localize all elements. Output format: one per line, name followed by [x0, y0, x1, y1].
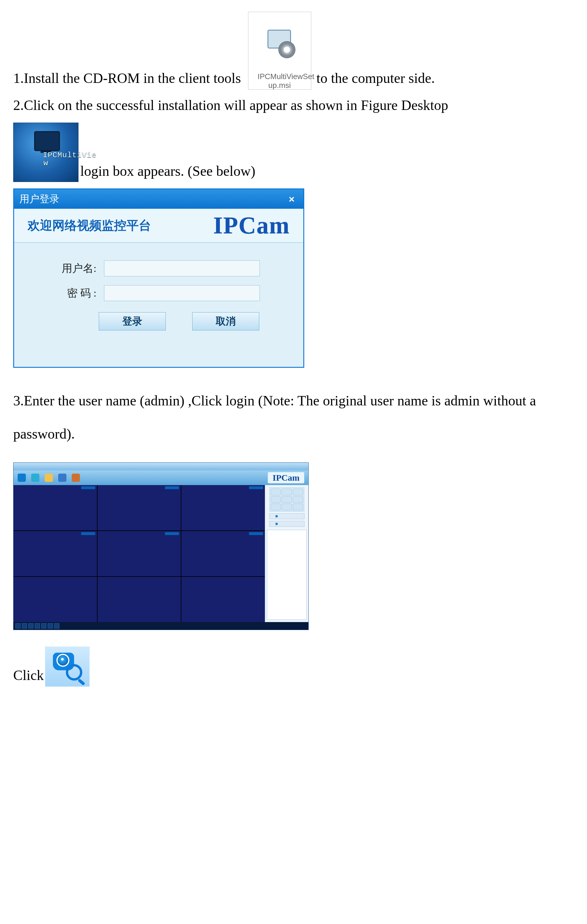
app-logo: IPCam — [268, 472, 304, 483]
step-3-text: 3.Enter the user name (admin) ,Click log… — [13, 384, 574, 451]
step-2b-line: IPCMultiView login box appears. (See bel… — [13, 122, 574, 180]
close-icon[interactable]: × — [285, 193, 298, 206]
login-logo: IPCam — [213, 212, 290, 239]
app-side-panel — [265, 485, 308, 622]
installer-msi-icon[interactable]: IPCMultiViewSetup.msi — [248, 12, 311, 90]
ptz-control[interactable] — [270, 487, 304, 512]
login-banner: 欢迎网络视频监控平台 IPCam — [14, 209, 303, 243]
step-2-text: 2.Click on the successful installation w… — [13, 96, 448, 114]
layout-36-icon[interactable] — [48, 623, 53, 629]
video-cell[interactable] — [181, 485, 265, 530]
desktop-shortcut-label: IPCMultiView — [13, 143, 78, 175]
login-dialog: 用户登录 × 欢迎网络视频监控平台 IPCam 用户名: 密 码 : 登录 取消 — [13, 188, 304, 368]
step-1-text-a: 1.Install the CD-ROM in the client tools — [13, 69, 241, 87]
toolbar-search-icon[interactable] — [31, 474, 40, 482]
fullscreen-icon[interactable] — [54, 623, 59, 629]
step-1-text-b: to the computer side. — [313, 69, 435, 87]
login-titlebar: 用户登录 × — [14, 189, 303, 209]
focus-slider[interactable] — [269, 521, 305, 527]
app-toolbar: IPCam — [13, 470, 308, 485]
camera-search-icon[interactable] — [45, 647, 90, 687]
toolbar-home-icon[interactable] — [18, 474, 26, 482]
step-2-line: 2.Click on the successful installation w… — [13, 96, 574, 114]
password-input[interactable] — [104, 285, 260, 301]
layout-9-icon[interactable] — [28, 623, 33, 629]
video-cell[interactable] — [97, 485, 181, 530]
step-4-line: Click — [13, 647, 574, 685]
login-button[interactable]: 登录 — [99, 312, 166, 330]
video-cell[interactable] — [13, 577, 97, 622]
password-label: 密 码 : — [38, 286, 104, 300]
username-label: 用户名: — [38, 261, 104, 276]
zoom-slider[interactable] — [269, 513, 305, 519]
video-cell[interactable] — [97, 577, 181, 622]
toolbar-settings-icon[interactable] — [45, 474, 53, 482]
video-cell[interactable] — [181, 531, 265, 576]
app-statusbar — [13, 622, 308, 630]
layout-4-icon[interactable] — [22, 623, 27, 629]
toolbar-record-icon[interactable] — [72, 474, 80, 482]
step-4-text: Click — [13, 666, 44, 685]
cancel-button[interactable]: 取消 — [192, 312, 259, 330]
username-input[interactable] — [104, 261, 260, 276]
video-cell[interactable] — [13, 531, 97, 576]
step-1-line: 1.Install the CD-ROM in the client tools… — [13, 12, 574, 87]
login-title-text: 用户登录 — [20, 192, 59, 206]
app-main-window: IPCam — [13, 462, 308, 630]
video-cell[interactable] — [97, 531, 181, 576]
video-cell[interactable] — [181, 577, 265, 622]
video-grid — [13, 485, 265, 622]
layout-1-icon[interactable] — [15, 623, 21, 629]
device-tree[interactable] — [267, 530, 307, 620]
app-window-titlebar — [13, 463, 308, 470]
video-cell[interactable] — [13, 485, 97, 530]
step-2b-text: login box appears. (See below) — [80, 162, 256, 180]
toolbar-user-icon[interactable] — [58, 474, 66, 482]
desktop-shortcut-icon[interactable]: IPCMultiView — [13, 122, 79, 182]
login-welcome-text: 欢迎网络视频监控平台 — [28, 217, 151, 234]
installer-glyph — [266, 28, 294, 56]
layout-16-icon[interactable] — [35, 623, 40, 629]
layout-25-icon[interactable] — [41, 623, 46, 629]
